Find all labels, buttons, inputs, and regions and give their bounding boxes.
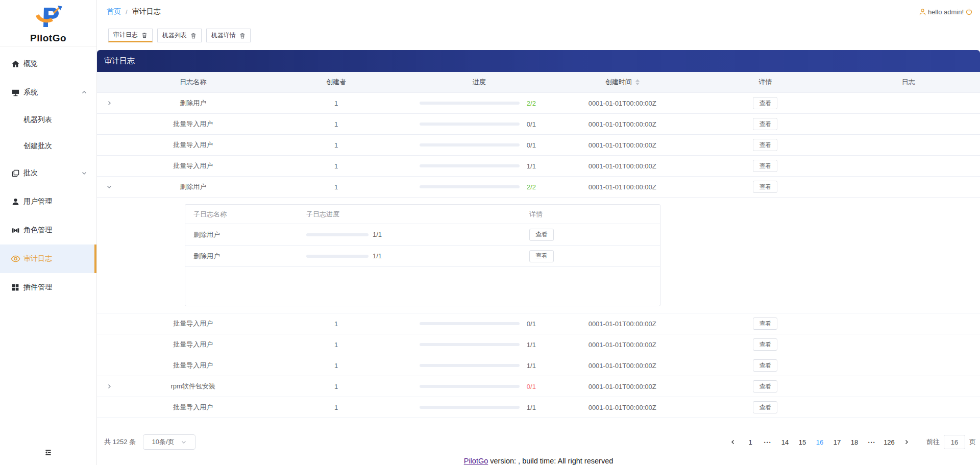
footer-text: version: , build time: All right reserve… bbox=[488, 457, 613, 465]
page-number-15[interactable]: 15 bbox=[796, 435, 809, 449]
page-number-126[interactable]: 126 bbox=[883, 435, 896, 449]
sub-log-name-cell: 删除用户 bbox=[185, 252, 298, 261]
footer-brand-link[interactable]: PilotGo bbox=[464, 457, 488, 465]
log-name-cell: 删除用户 bbox=[121, 182, 264, 191]
view-button[interactable]: 查看 bbox=[753, 359, 777, 372]
tab-bar: 审计日志机器列表机器详情 bbox=[108, 29, 980, 42]
user-area: hello admin! bbox=[919, 8, 976, 16]
view-button[interactable]: 查看 bbox=[529, 250, 554, 262]
tab-label: 机器列表 bbox=[162, 31, 187, 40]
sort-ascending-icon[interactable] bbox=[635, 79, 640, 82]
breadcrumb-link[interactable]: 首页 bbox=[107, 7, 121, 16]
expand-cell bbox=[97, 383, 121, 389]
breadcrumb-current: 审计日志 bbox=[132, 7, 161, 16]
view-button[interactable]: 查看 bbox=[753, 139, 777, 151]
progress-track bbox=[420, 385, 520, 388]
sidebar-item-create-batch[interactable]: 创建批次 bbox=[0, 133, 96, 159]
delete-tab-icon[interactable] bbox=[239, 33, 246, 39]
table-row: rpm软件包安装10/10001-01-01T00:00:00Z查看 bbox=[97, 376, 980, 397]
creator-cell: 1 bbox=[264, 183, 407, 191]
delete-tab-icon[interactable] bbox=[141, 32, 148, 38]
page-number-14[interactable]: 14 bbox=[779, 435, 792, 449]
detail-cell: 查看 bbox=[694, 118, 837, 130]
sub-progress-cell: 1/1 bbox=[298, 252, 522, 260]
page-number-18[interactable]: 18 bbox=[848, 435, 861, 449]
view-button[interactable]: 查看 bbox=[753, 118, 777, 130]
log-name-cell: 批量导入用户 bbox=[121, 140, 264, 150]
sidebar-item-batch[interactable]: 批次 bbox=[0, 159, 96, 187]
sidebar-item-role-mgmt[interactable]: 角色管理 bbox=[0, 216, 96, 244]
page-size-select[interactable]: 10条/页 bbox=[143, 434, 195, 450]
page-number-17[interactable]: 17 bbox=[831, 435, 844, 449]
sidebar-item-label: 创建批次 bbox=[23, 141, 52, 151]
view-button[interactable]: 查看 bbox=[753, 401, 777, 413]
goto-page-input[interactable] bbox=[944, 435, 965, 449]
user-greeting: hello admin! bbox=[928, 8, 964, 16]
tab-2[interactable]: 机器详情 bbox=[206, 29, 251, 42]
progress-fraction: 2/2 bbox=[527, 183, 539, 191]
view-button[interactable]: 查看 bbox=[529, 229, 554, 241]
progress-cell: 0/1 bbox=[408, 320, 551, 328]
table-row: 批量导入用户10/10001-01-01T00:00:00Z查看 bbox=[97, 114, 980, 135]
sidebar-item-plugin-mgmt[interactable]: 插件管理 bbox=[0, 273, 96, 302]
progress-cell: 1/1 bbox=[408, 341, 551, 349]
sidebar-footer bbox=[0, 448, 96, 457]
column-header-3[interactable]: 创建时间 bbox=[551, 78, 694, 87]
sidebar-item-user-mgmt[interactable]: 用户管理 bbox=[0, 187, 96, 216]
page-number-1[interactable]: 1 bbox=[744, 435, 757, 449]
column-header-label: 进度 bbox=[473, 78, 486, 87]
progress-bar: 1/1 bbox=[420, 362, 539, 370]
table-row: 删除用户12/20001-01-01T00:00:00Z查看 bbox=[97, 93, 980, 114]
progress-bar: 0/1 bbox=[420, 383, 539, 390]
progress-track bbox=[420, 322, 520, 325]
chevron-right-icon[interactable] bbox=[106, 100, 112, 106]
progress-bar: 2/2 bbox=[420, 183, 539, 191]
detail-cell: 查看 bbox=[694, 359, 837, 372]
view-button[interactable]: 查看 bbox=[753, 338, 777, 351]
tab-1[interactable]: 机器列表 bbox=[157, 29, 202, 42]
sidebar: PilotGo 概览系统机器列表创建批次批次用户管理角色管理审计日志插件管理 bbox=[0, 0, 97, 465]
page-number-16[interactable]: 16 bbox=[814, 435, 826, 449]
chevron-down-icon bbox=[181, 439, 187, 445]
view-button[interactable]: 查看 bbox=[753, 181, 777, 193]
view-button[interactable]: 查看 bbox=[753, 317, 777, 330]
previous-page-button[interactable] bbox=[727, 435, 740, 449]
chevron-down-icon[interactable] bbox=[106, 184, 112, 190]
view-button[interactable]: 查看 bbox=[753, 160, 777, 172]
sidebar-item-overview[interactable]: 概览 bbox=[0, 50, 96, 78]
collapse-sidebar-icon[interactable] bbox=[44, 448, 53, 457]
sub-progress-cell: 1/1 bbox=[298, 231, 522, 238]
progress-bar: 2/2 bbox=[420, 100, 539, 107]
view-button[interactable]: 查看 bbox=[753, 380, 777, 393]
sort-descending-icon[interactable] bbox=[635, 83, 640, 85]
tab-label: 机器详情 bbox=[211, 31, 236, 40]
creator-cell: 1 bbox=[264, 162, 407, 170]
log-name-cell: 批量导入用户 bbox=[121, 319, 264, 328]
chevron-right-icon[interactable] bbox=[106, 383, 112, 389]
progress-fraction: 0/1 bbox=[527, 141, 539, 149]
pagination-bar: 共 1252 条 10条/页 1●●●1415161718●●●126 前往 页 bbox=[97, 432, 980, 452]
panel-title: 审计日志 bbox=[97, 50, 980, 72]
next-page-button[interactable] bbox=[900, 435, 913, 449]
sidebar-item-audit-log[interactable]: 审计日志 bbox=[0, 244, 96, 273]
progress-bar: 0/1 bbox=[420, 120, 539, 128]
progress-track bbox=[420, 102, 520, 105]
page-ellipsis[interactable]: ●●● bbox=[762, 435, 774, 449]
creator-cell: 1 bbox=[264, 120, 407, 128]
view-button[interactable]: 查看 bbox=[753, 97, 777, 109]
sub-column-header-0: 子日志名称 bbox=[185, 210, 298, 219]
created-time-cell: 0001-01-01T00:00:00Z bbox=[551, 162, 694, 170]
sort-caret-icon[interactable] bbox=[635, 79, 640, 85]
logout-power-icon[interactable] bbox=[965, 8, 973, 16]
log-name-cell: 删除用户 bbox=[121, 99, 264, 108]
progress-track bbox=[420, 343, 520, 346]
sidebar-item-system[interactable]: 系统 bbox=[0, 78, 96, 107]
tab-0[interactable]: 审计日志 bbox=[108, 29, 153, 42]
column-header-label: 日志名称 bbox=[180, 78, 206, 87]
page-ellipsis[interactable]: ●●● bbox=[866, 435, 878, 449]
sidebar-item-machine-list[interactable]: 机器列表 bbox=[0, 107, 96, 133]
page-list: 1●●●1415161718●●●126 bbox=[724, 435, 915, 449]
column-header-1: 创建者 bbox=[264, 78, 407, 87]
progress-track bbox=[420, 123, 520, 126]
delete-tab-icon[interactable] bbox=[190, 33, 197, 39]
